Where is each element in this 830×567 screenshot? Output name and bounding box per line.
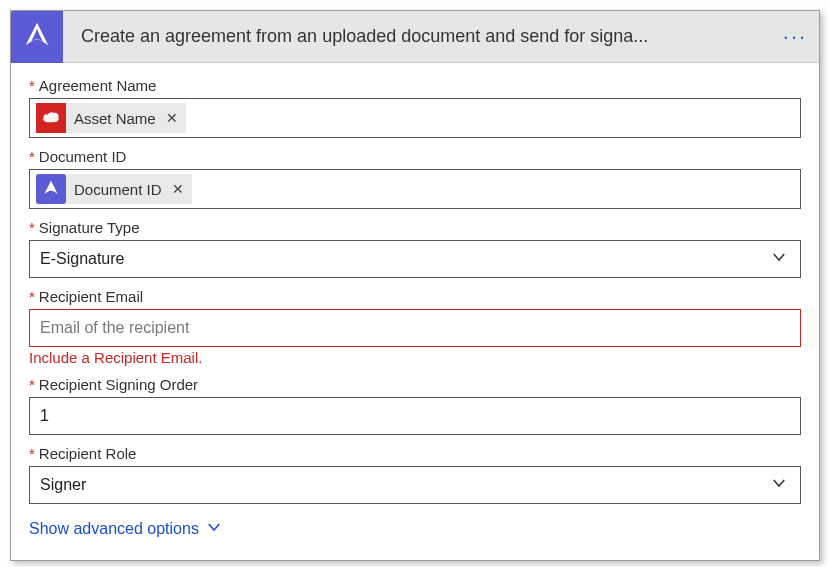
- recipient-email-input[interactable]: Email of the recipient: [29, 309, 801, 347]
- adobe-sign-icon: [11, 11, 63, 63]
- card-title: Create an agreement from an uploaded doc…: [81, 26, 771, 47]
- signature-type-select[interactable]: E-Signature: [29, 240, 801, 278]
- signing-order-label: *Recipient Signing Order: [29, 376, 801, 393]
- adobe-sign-icon: [36, 174, 66, 204]
- more-options-button[interactable]: ···: [771, 24, 819, 50]
- document-id-input[interactable]: Document ID ✕: [29, 169, 801, 209]
- agreement-name-label: *Agreement Name: [29, 77, 801, 94]
- show-advanced-options-link[interactable]: Show advanced options: [29, 518, 223, 540]
- action-card: Create an agreement from an uploaded doc…: [10, 10, 820, 561]
- recipient-email-label: *Recipient Email: [29, 288, 801, 305]
- creative-cloud-icon: [36, 103, 66, 133]
- chevron-down-icon: [770, 474, 788, 496]
- remove-token-icon[interactable]: ✕: [166, 110, 178, 126]
- select-value: Signer: [40, 476, 86, 494]
- card-body: *Agreement Name Asset Name ✕ *Document I…: [11, 63, 819, 560]
- signature-type-label: *Signature Type: [29, 219, 801, 236]
- chevron-down-icon: [205, 518, 223, 540]
- token-document-id[interactable]: Document ID ✕: [36, 174, 192, 204]
- token-label: Asset Name: [74, 110, 156, 127]
- document-id-label: *Document ID: [29, 148, 801, 165]
- recipient-role-label: *Recipient Role: [29, 445, 801, 462]
- token-label: Document ID: [74, 181, 162, 198]
- chevron-down-icon: [770, 248, 788, 270]
- recipient-email-error: Include a Recipient Email.: [29, 349, 801, 366]
- select-value: E-Signature: [40, 250, 125, 268]
- signing-order-input[interactable]: [29, 397, 801, 435]
- placeholder-text: Email of the recipient: [36, 319, 189, 337]
- recipient-role-select[interactable]: Signer: [29, 466, 801, 504]
- card-header: Create an agreement from an uploaded doc…: [11, 11, 819, 63]
- token-asset-name[interactable]: Asset Name ✕: [36, 103, 186, 133]
- agreement-name-input[interactable]: Asset Name ✕: [29, 98, 801, 138]
- remove-token-icon[interactable]: ✕: [172, 181, 184, 197]
